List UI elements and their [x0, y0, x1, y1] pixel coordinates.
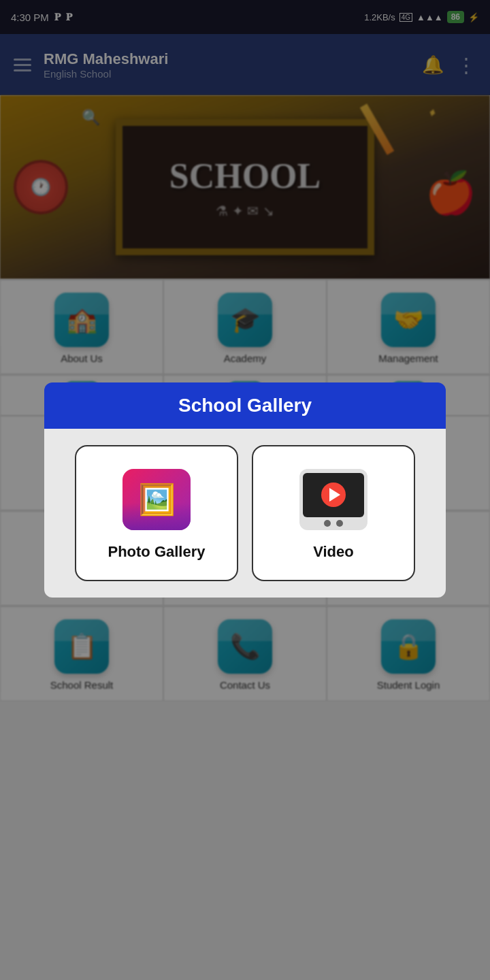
- modal-body: 🖼️ Photo Gallery: [44, 429, 446, 598]
- video-screen: [303, 473, 364, 517]
- video-dot-2: [336, 520, 343, 527]
- modal-option-video[interactable]: Video: [252, 445, 415, 581]
- video-dot-1: [324, 520, 331, 527]
- video-play-button: [321, 483, 346, 507]
- photo-gallery-option-label: Photo Gallery: [108, 543, 205, 561]
- photo-gallery-app-icon: 🖼️: [122, 469, 191, 530]
- school-gallery-modal: School Gallery 🖼️ Photo Gallery: [44, 382, 446, 598]
- video-dots: [324, 520, 343, 527]
- modal-title: School Gallery: [178, 395, 312, 416]
- modal-option-photo[interactable]: 🖼️ Photo Gallery: [75, 445, 238, 581]
- video-option-label: Video: [313, 543, 354, 561]
- play-triangle: [329, 488, 340, 502]
- video-modal-icon: [296, 466, 371, 534]
- video-app-icon: [299, 469, 368, 530]
- modal-header: School Gallery: [44, 382, 446, 429]
- photo-gallery-modal-icon: 🖼️: [119, 466, 194, 534]
